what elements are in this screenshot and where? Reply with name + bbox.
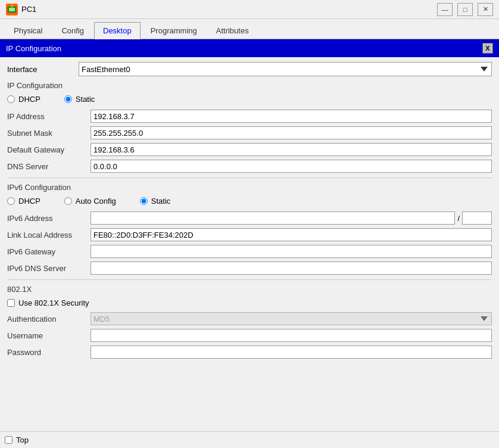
- form-area: Interface FastEthernet0 IP Configuration…: [0, 57, 499, 403]
- top-label: Top: [16, 435, 29, 444]
- tab-config[interactable]: Config: [52, 22, 93, 39]
- dhcp-label: DHCP: [18, 95, 40, 104]
- ip-config-panel: IP Configuration X Interface FastEtherne…: [0, 39, 499, 448]
- ipv6-gateway-input[interactable]: [91, 245, 492, 258]
- ipv6-radio-group: DHCP Auto Config Static: [7, 197, 492, 206]
- ipv6-static-radio-label[interactable]: Static: [140, 197, 171, 206]
- window-title: PC1: [21, 5, 36, 14]
- password-label: Password: [7, 348, 91, 357]
- dns-server-input[interactable]: [91, 160, 492, 173]
- maximize-button[interactable]: □: [457, 3, 473, 16]
- bottom-bar: Top: [0, 431, 499, 448]
- ipv6-dns-label: IPv6 DNS Server: [7, 264, 91, 273]
- subnet-mask-label: Subnet Mask: [7, 129, 91, 138]
- subnet-mask-input[interactable]: [91, 126, 492, 139]
- ip-address-label: IP Address: [7, 112, 91, 121]
- ipv6-slash: /: [457, 214, 460, 223]
- top-checkbox[interactable]: [5, 436, 13, 444]
- tab-bar: Physical Config Desktop Programming Attr…: [0, 19, 499, 39]
- divider-dot1x: [7, 279, 492, 280]
- static-radio[interactable]: [64, 95, 72, 103]
- ipv6-address-input[interactable]: [91, 211, 455, 225]
- ipv6-auto-radio-label[interactable]: Auto Config: [64, 197, 116, 206]
- static-label: Static: [76, 95, 95, 104]
- ip-config-close-button[interactable]: X: [482, 43, 493, 54]
- ipv6-dns-input[interactable]: [91, 262, 492, 275]
- static-radio-label[interactable]: Static: [64, 95, 95, 104]
- minimize-button[interactable]: —: [437, 3, 453, 16]
- interface-row: Interface FastEthernet0: [7, 62, 492, 76]
- dhcp-radio[interactable]: [7, 95, 15, 103]
- window-controls: — □ ✕: [437, 3, 493, 16]
- ipv6-static-radio[interactable]: [140, 197, 148, 205]
- ipv6-gateway-label: IPv6 Gateway: [7, 247, 91, 256]
- username-input[interactable]: [91, 329, 492, 342]
- password-input[interactable]: [91, 346, 492, 359]
- tab-programming[interactable]: Programming: [142, 22, 206, 39]
- username-label: Username: [7, 331, 91, 340]
- subnet-mask-field: Subnet Mask: [7, 126, 492, 139]
- svg-rect-1: [9, 8, 15, 11]
- ipv6-section-label: IPv6 Configuration: [7, 183, 492, 192]
- link-local-input[interactable]: [91, 228, 492, 241]
- default-gateway-field: Default Gateway: [7, 143, 492, 156]
- use-dot1x-checkbox[interactable]: [7, 299, 15, 307]
- interface-select[interactable]: FastEthernet0: [79, 62, 492, 76]
- ipv6-dhcp-radio-label[interactable]: DHCP: [7, 197, 40, 206]
- default-gateway-label: Default Gateway: [7, 145, 91, 154]
- default-gateway-input[interactable]: [91, 143, 492, 156]
- ip-address-field: IP Address: [7, 110, 492, 123]
- ip-config-title: IP Configuration: [6, 44, 61, 53]
- ipv6-static-label: Static: [151, 197, 171, 206]
- svg-point-2: [11, 5, 13, 7]
- ipv6-address-row: /: [91, 211, 492, 225]
- ipv6-address-field: IPv6 Address /: [7, 211, 492, 225]
- dns-server-field: DNS Server: [7, 160, 492, 173]
- authentication-label: Authentication: [7, 315, 91, 323]
- ipv6-dns-field: IPv6 DNS Server: [7, 262, 492, 275]
- dhcp-radio-label[interactable]: DHCP: [7, 95, 40, 104]
- ipv6-dhcp-label: DHCP: [18, 197, 40, 206]
- divider-ipv6: [7, 178, 492, 178]
- dns-server-label: DNS Server: [7, 162, 91, 171]
- ipv4-radio-group: DHCP Static: [7, 95, 492, 104]
- ipv6-dhcp-radio[interactable]: [7, 197, 15, 205]
- title-bar: PC1 — □ ✕: [0, 0, 499, 19]
- app-icon: [6, 4, 18, 15]
- ipv4-section-label: IP Configuration: [7, 81, 492, 90]
- top-checkbox-label[interactable]: Top: [5, 435, 29, 444]
- link-local-label: Link Local Address: [7, 231, 91, 239]
- link-local-field: Link Local Address: [7, 228, 492, 241]
- ipv6-gateway-field: IPv6 Gateway: [7, 245, 492, 258]
- tab-desktop[interactable]: Desktop: [94, 22, 141, 39]
- use-dot1x-label[interactable]: Use 802.1X Security: [18, 298, 89, 307]
- ip-config-header: IP Configuration X: [0, 39, 499, 57]
- authentication-field: Authentication MD5: [7, 312, 492, 325]
- authentication-select[interactable]: MD5: [91, 312, 492, 325]
- ipv6-auto-label: Auto Config: [76, 197, 116, 206]
- password-field: Password: [7, 346, 492, 359]
- ipv6-auto-radio[interactable]: [64, 197, 72, 205]
- dot1x-section-label: 802.1X: [7, 285, 492, 294]
- tab-physical[interactable]: Physical: [5, 22, 51, 39]
- ip-address-input[interactable]: [91, 110, 492, 123]
- main-content: IP Configuration X Interface FastEtherne…: [0, 39, 499, 448]
- tab-attributes[interactable]: Attributes: [207, 22, 258, 39]
- interface-label: Interface: [7, 65, 79, 74]
- username-field: Username: [7, 329, 492, 342]
- ipv6-prefix-input[interactable]: [462, 211, 492, 225]
- use-dot1x-row: Use 802.1X Security: [7, 298, 492, 307]
- close-button[interactable]: ✕: [478, 3, 493, 16]
- ipv6-address-label: IPv6 Address: [7, 214, 91, 223]
